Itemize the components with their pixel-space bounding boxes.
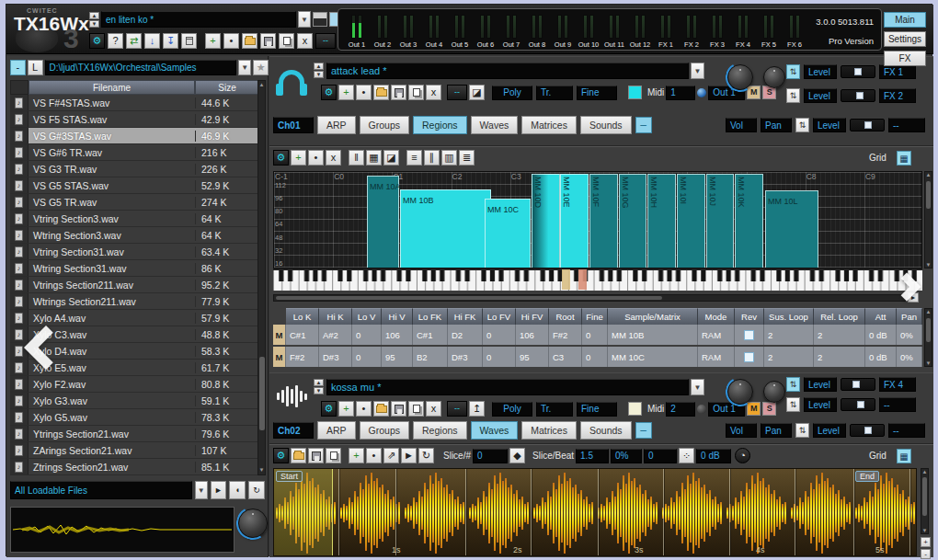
file-row[interactable]: ♪ VS G#3STAS.wav 46.9 K — [10, 128, 259, 144]
send-level-slider[interactable] — [841, 89, 875, 102]
table-column-header[interactable]: Rel. Loop — [814, 308, 865, 325]
cell-hi-fade-key[interactable]: D2 — [448, 325, 483, 345]
file-row[interactable]: ♪ Xylo F2.wav 80.8 K — [10, 376, 259, 393]
group-add-icon[interactable]: + — [338, 85, 354, 100]
cell-sample[interactable]: MM 10B — [608, 325, 698, 345]
cell-hi-fade-key[interactable]: D#3 — [448, 347, 483, 367]
map-new-icon[interactable]: • — [308, 150, 324, 166]
import-icon[interactable]: ↓ — [144, 33, 160, 49]
group-tab[interactable]: Groups — [360, 116, 409, 134]
cell-root[interactable]: F#2 — [549, 325, 582, 345]
scroll-thumb[interactable] — [276, 296, 662, 300]
table-column-header[interactable]: Lo V — [352, 308, 382, 325]
slice-gridline[interactable] — [465, 469, 466, 556]
open-folder-icon[interactable] — [242, 33, 257, 49]
region-table-row[interactable]: M F#2 D#3 0 95 B2 D#3 0 95 C3 0 MM 10C R… — [273, 347, 922, 367]
send-level-slider[interactable] — [841, 378, 875, 391]
file-row[interactable]: ♪ Xylo G5.wav 78.3 K — [10, 409, 259, 426]
group-new-icon[interactable]: • — [356, 401, 372, 417]
file-row[interactable]: ♪ VS G5 TR.wav 274 K — [10, 194, 259, 211]
scroll-up-arrow[interactable]: ▲ — [921, 469, 928, 474]
group-tab[interactable]: ARP — [317, 421, 356, 440]
group-gear-icon[interactable]: ⚙ — [321, 85, 337, 100]
table-column-header[interactable]: Hi FK — [448, 308, 483, 325]
lock-browser-button[interactable]: L — [28, 60, 43, 75]
send-level-slider[interactable] — [850, 424, 885, 437]
cell-rel-loop[interactable]: 2 — [814, 347, 865, 367]
send-level-button[interactable]: Level — [813, 423, 846, 438]
group-tab[interactable]: Regions — [413, 116, 467, 134]
file-row[interactable]: ♪ Vtring Section31.wav 63.4 K — [10, 244, 259, 260]
cell-lo-fade-key[interactable]: C#1 — [413, 325, 448, 345]
group-copy-icon[interactable] — [408, 401, 424, 417]
group-new-icon[interactable]: • — [356, 85, 372, 100]
wave-route-icon[interactable]: ⇗ — [383, 448, 399, 463]
zoom-out-button[interactable]: - — [921, 549, 931, 559]
key-region[interactable]: MM 10B — [400, 189, 491, 269]
file-row[interactable]: ♪ Ztrings Section21.wav 85.1 K — [10, 459, 259, 475]
table-column-header[interactable]: Hi FV — [516, 308, 549, 325]
pan-button[interactable]: Pan — [761, 423, 792, 438]
group-save-icon[interactable] — [391, 401, 406, 417]
send-level-slider[interactable] — [841, 65, 875, 78]
cell-lo-fade-vel[interactable]: 0 — [483, 325, 516, 345]
import-merge-icon[interactable]: ↧ — [163, 33, 178, 49]
add-icon[interactable]: + — [205, 33, 221, 49]
nav-button[interactable]: Settings — [884, 31, 926, 47]
gain-field[interactable]: 0 dB — [696, 449, 731, 463]
group-name-field[interactable]: attack lead * — [326, 63, 689, 79]
performance-dropdown-arrow[interactable]: ▼ — [298, 11, 311, 28]
channel-field[interactable]: Ch02 — [273, 422, 314, 439]
map-pause-icon[interactable]: ‖ — [349, 150, 364, 166]
key-region[interactable]: MM 10E — [560, 174, 589, 269]
cell-hi-key[interactable]: D#3 — [319, 347, 352, 367]
group-color-swatch[interactable] — [628, 86, 642, 99]
row-mute-button[interactable]: M — [273, 347, 286, 367]
group-folder-icon[interactable] — [373, 85, 389, 100]
file-row[interactable]: ♪ VS F#4STAS.wav 44.6 K — [10, 95, 259, 111]
cell-att[interactable]: 0 dB — [865, 325, 897, 345]
fade-curve-icon[interactable]: ◪ — [469, 85, 485, 100]
fine-button[interactable]: Fine — [577, 86, 617, 100]
cell-lo-vel[interactable]: 0 — [352, 325, 382, 345]
new-dot-icon[interactable]: • — [223, 33, 239, 49]
nav-button[interactable]: FX — [884, 51, 926, 66]
table-column-header[interactable]: Lo K — [286, 308, 319, 325]
map-fade-icon[interactable]: ◪ — [383, 150, 399, 166]
send-level-button[interactable]: Level — [813, 118, 846, 132]
table-column-header[interactable]: Mode — [698, 308, 735, 325]
map-grid-icon[interactable]: ▦ — [366, 150, 382, 166]
piano-keyboard[interactable] — [273, 269, 922, 291]
cell-lo-fade-key[interactable]: B2 — [413, 347, 448, 367]
table-column-header[interactable]: Lo FV — [483, 308, 516, 325]
table-column-header[interactable]: Rev — [735, 308, 764, 325]
performance-spinner[interactable]: ▲▼ — [89, 12, 99, 28]
scroll-thumb[interactable] — [922, 477, 927, 516]
midi-channel-field[interactable]: 1 — [666, 86, 695, 100]
key-region[interactable]: MM 10J — [706, 174, 734, 269]
cell-fine[interactable]: 0 — [582, 325, 608, 345]
group-spinner[interactable]: ▲▼ — [314, 379, 324, 394]
poly-button[interactable]: Poly — [492, 402, 532, 417]
scroll-up-arrow[interactable]: ▲ — [925, 172, 932, 177]
send-level-button[interactable]: Level — [804, 397, 837, 412]
waveform-display[interactable]: Start End 1s2s3s4s5s — [273, 468, 917, 556]
cell-sus-loop[interactable]: 2 — [764, 325, 814, 345]
path-dropdown-arrow[interactable]: ▼ — [238, 60, 251, 75]
send-fader-icon[interactable]: ⇅ — [795, 423, 809, 438]
cell-mode[interactable]: RAM — [698, 347, 735, 367]
settings-gear-icon[interactable]: ⚙ — [89, 33, 105, 49]
layout-toggle-1[interactable] — [313, 12, 327, 27]
start-marker[interactable]: Start — [276, 471, 303, 482]
zoom-in-button[interactable]: + — [921, 537, 931, 547]
file-row[interactable]: ♪ Vtrings Section211.wav 95.2 K — [10, 277, 259, 293]
wave-folder-icon[interactable] — [291, 448, 306, 463]
group-folder-icon[interactable] — [373, 401, 389, 417]
send-dest-select[interactable]: FX 2 — [879, 88, 916, 103]
group-copy-icon[interactable] — [408, 85, 424, 100]
cell-sample[interactable]: MM 10C — [608, 347, 698, 367]
key-region[interactable]: MM 10I — [677, 174, 705, 269]
scroll-down-arrow[interactable]: ▼ — [921, 528, 928, 533]
group-tab[interactable]: Sounds — [580, 421, 632, 440]
file-row[interactable]: ♪ Xylo A4.wav 57.9 K — [10, 310, 259, 326]
